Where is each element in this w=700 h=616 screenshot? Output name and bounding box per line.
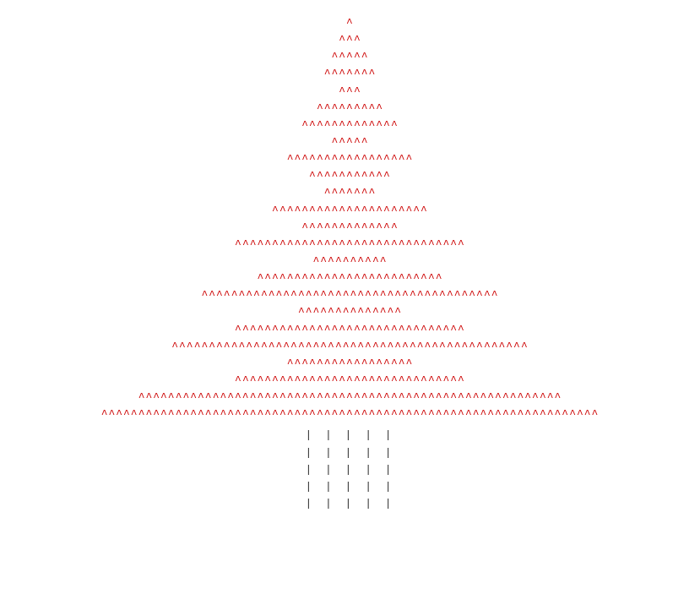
tree-row: ^^^^^ <box>331 134 368 151</box>
tree-row: ^^^^^^^^^^^^^^^^^^^^^^^^^^^^^^^^^^^^^^^^ <box>201 287 498 304</box>
tree-row: ^^^^^^^^^ <box>317 101 383 117</box>
tree-row: ^^^^^^^^^^^^^^ <box>298 304 402 321</box>
trunk-container: | | | | || | | | || | | | || | | | || | … <box>305 427 394 512</box>
tree-row: ^^^^^ <box>331 49 368 66</box>
tree-row: ^^^^^^^ <box>324 185 377 202</box>
tree-container: ^^^^^^^^^^^^^^^^^^^^^^^^^^^^^^^^^^^^^^^^… <box>0 8 700 423</box>
trunk-row: | | | | | <box>305 427 394 444</box>
tree-row: ^^^^^^^^^^^^^^^^^ <box>287 356 414 373</box>
tree-row: ^^^^^^^^^^^ <box>309 168 391 185</box>
tree-row: ^^^^^^^^^^^^^^^^^^^^^^^^^^^^^^^^^^^^^^^^… <box>138 390 562 406</box>
tree-row: ^^^ <box>339 84 361 101</box>
tree-row: ^^^^^^^^^^^^^^^^^^^^^^^^^^^^^^^^^^^^^^^^… <box>171 339 528 356</box>
tree-row: ^^^^^^^^^^^^^^^^^^^^^^^^^^^^^^^ <box>235 237 465 253</box>
tree-row: ^^^^^^^^^^^^^^^^^^^^^ <box>272 203 428 220</box>
tree-row: ^ <box>346 15 354 32</box>
tree-row: ^^^^^^^^^^ <box>312 253 387 270</box>
trunk-row: | | | | | <box>305 495 394 512</box>
trunk-row: | | | | | <box>305 478 394 495</box>
main-container: ^^^^^^^^^^^^^^^^^^^^^^^^^^^^^^^^^^^^^^^^… <box>0 0 700 616</box>
tree-row: ^^^^^^^^^^^^^^^^^^^^^^^^^ <box>257 270 442 287</box>
tree-row: ^^^^^^^^^^^^^^^^^ <box>287 151 414 168</box>
tree-row: ^^^^^^^^^^^^^ <box>301 220 398 237</box>
tree-row: ^^^^^^^^^^^^^^^^^^^^^^^^^^^^^^^ <box>235 373 465 390</box>
tree-row: ^^^^^^^^^^^^^ <box>301 117 398 134</box>
trunk-row: | | | | | <box>305 461 394 478</box>
tree-row: ^^^ <box>339 32 361 49</box>
trunk-row: | | | | | <box>305 444 394 461</box>
tree-row: ^^^^^^^^^^^^^^^^^^^^^^^^^^^^^^^ <box>235 322 465 339</box>
tree-row: ^^^^^^^^^^^^^^^^^^^^^^^^^^^^^^^^^^^^^^^^… <box>101 406 600 423</box>
tree-row: ^^^^^^^ <box>324 66 377 83</box>
